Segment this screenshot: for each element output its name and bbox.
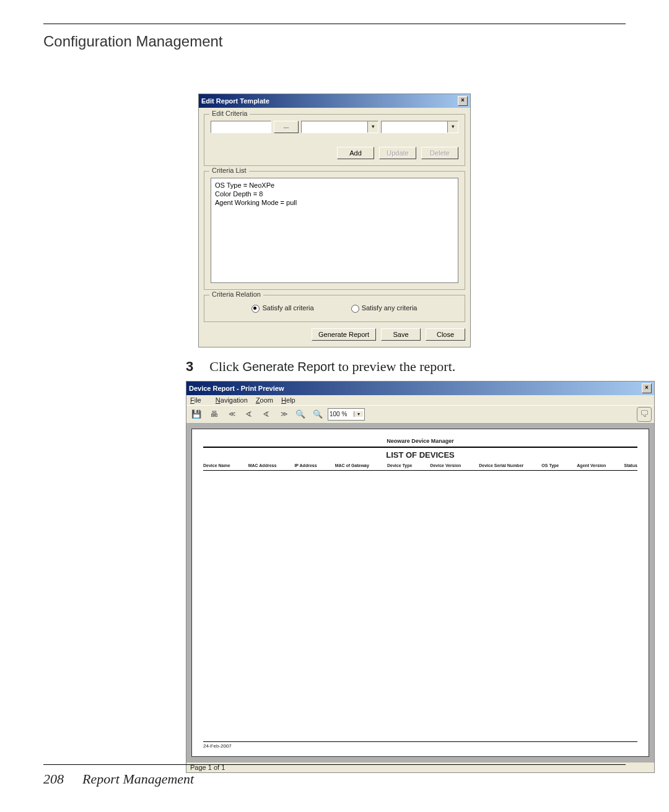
list-item[interactable]: Agent Working Mode = pull [215, 198, 454, 207]
dialog-titlebar: Edit Report Template × [199, 94, 470, 108]
browse-button[interactable]: ... [274, 121, 299, 133]
print-icon[interactable]: 🖶 [206, 407, 221, 422]
first-page-icon[interactable]: ≪ [224, 407, 238, 422]
menu-help[interactable]: Help [281, 396, 295, 404]
report-date: 24-Feb-2007 [203, 743, 232, 749]
close-icon[interactable]: × [458, 96, 468, 106]
page-header: Configuration Management [43, 33, 626, 50]
close-icon[interactable]: × [642, 383, 652, 393]
toolbar: 💾 🖶 ≪ ∢ ∢ ≫ 🔍 🔍 100 % ▾ 🗨 [186, 405, 654, 424]
last-page-icon[interactable]: ≫ [276, 407, 291, 422]
step-text: Click Generate Report to preview the rep… [209, 359, 455, 375]
criteria-relation-legend: Criteria Relation [209, 290, 263, 298]
dialog-title: Edit Report Template [201, 97, 269, 105]
report-footer: 24-Feb-2007 [203, 740, 637, 749]
edit-criteria-legend: Edit Criteria [209, 110, 250, 117]
criteria-operator-combo[interactable]: ▾ [301, 121, 378, 133]
report-page: Neoware Device Manager LIST OF DEVICES D… [191, 429, 649, 757]
satisfy-any-radio[interactable]: Satisfy any criteria [351, 304, 418, 313]
zoom-combo[interactable]: 100 % ▾ [328, 408, 365, 421]
chevron-down-icon[interactable]: ▾ [354, 411, 363, 417]
menu-navigation[interactable]: Navigation [216, 396, 248, 404]
zoom-in-icon[interactable]: 🔍 [293, 407, 308, 422]
menubar: File Navigation Zoom Help [186, 395, 654, 405]
satisfy-all-radio[interactable]: Satisfy all criteria [251, 304, 313, 313]
radio-icon [251, 305, 260, 313]
list-item[interactable]: Color Depth = 8 [215, 190, 454, 198]
zoom-out-icon[interactable]: 🔍 [310, 407, 325, 422]
save-button[interactable]: Save [381, 328, 421, 341]
balloon-help-icon[interactable]: 🗨 [637, 407, 652, 422]
report-viewport[interactable]: Neoware Device Manager LIST OF DEVICES D… [186, 424, 654, 762]
radio-icon [351, 305, 359, 313]
dialog-titlebar: Device Report - Print Preview × [186, 382, 654, 395]
edit-criteria-group: Edit Criteria ... ▾ ▾ Add Update Delete [204, 114, 465, 166]
chevron-down-icon[interactable]: ▾ [447, 121, 458, 133]
edit-report-template-dialog: Edit Report Template × Edit Criteria ...… [198, 94, 471, 347]
criteria-list[interactable]: OS Type = NeoXPe Color Depth = 8 Agent W… [211, 178, 458, 283]
add-button[interactable]: Add [337, 147, 374, 159]
save-icon[interactable]: 💾 [189, 407, 204, 422]
report-brand: Neoware Device Manager [203, 438, 637, 444]
criteria-relation-group: Criteria Relation Satisfy all criteria S… [204, 295, 465, 322]
report-column-headers: Device Name MAC Address IP Address MAC o… [203, 462, 637, 469]
next-page-icon[interactable]: ∢ [258, 407, 273, 422]
generate-report-button[interactable]: Generate Report [312, 328, 376, 341]
criteria-value-combo[interactable]: ▾ [381, 121, 458, 133]
criteria-field-input[interactable] [211, 121, 271, 133]
delete-button[interactable]: Delete [421, 147, 458, 159]
menu-zoom[interactable]: Zoom [256, 396, 273, 404]
instruction-step: 3 Click Generate Report to preview the r… [186, 359, 626, 375]
list-item[interactable]: OS Type = NeoXPe [215, 181, 454, 190]
print-preview-dialog: Device Report - Print Preview × File Nav… [186, 381, 655, 773]
step-number: 3 [186, 359, 193, 375]
section-name: Report Management [82, 771, 194, 787]
page-number: 208 [43, 771, 64, 787]
page-footer: 208 Report Management [43, 771, 626, 787]
prev-page-icon[interactable]: ∢ [241, 407, 256, 422]
report-title: LIST OF DEVICES [203, 450, 637, 460]
chevron-down-icon[interactable]: ▾ [367, 121, 378, 133]
dialog-title: Device Report - Print Preview [189, 385, 284, 392]
criteria-list-legend: Criteria List [209, 167, 249, 174]
zoom-value: 100 % [330, 411, 347, 417]
update-button[interactable]: Update [379, 147, 416, 159]
menu-file[interactable]: File [190, 396, 208, 404]
criteria-list-group: Criteria List OS Type = NeoXPe Color Dep… [204, 171, 465, 290]
close-button[interactable]: Close [426, 328, 465, 341]
